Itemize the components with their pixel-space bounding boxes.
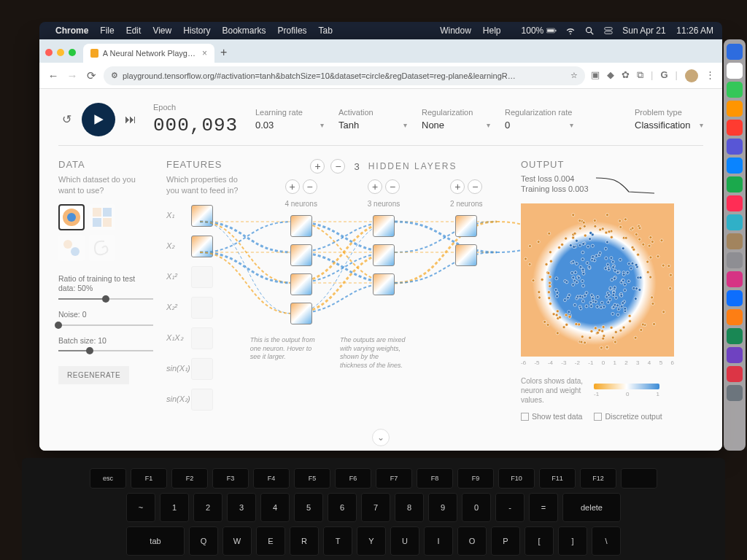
view-menu[interactable]: View [152,26,171,36]
dock-app-icon[interactable] [727,385,743,401]
problem-type-select[interactable]: Classification▾ [635,120,703,131]
feature-node[interactable] [191,389,213,411]
dataset-circle[interactable] [58,204,85,230]
expand-chevron-icon[interactable]: ⌄ [372,429,390,446]
feature-node[interactable] [191,266,213,288]
dock-app-icon[interactable] [727,290,743,306]
activation-select[interactable]: Tanh▾ [338,120,407,131]
learning-rate-select[interactable]: 0.03▾ [255,120,324,131]
address-bar[interactable]: ⚙ playground.tensorflow.org/#activation=… [104,66,585,85]
add-layer-button[interactable]: + [310,159,325,174]
profiles-menu[interactable]: Profiles [278,26,307,36]
feature-5[interactable]: sin(X₁) [166,357,247,381]
dock-app-icon[interactable] [727,158,743,174]
dock-app-icon[interactable] [727,139,743,155]
dataset-spiral[interactable] [89,235,115,261]
kebab-menu-icon[interactable]: ⋮ [705,69,715,82]
feature-0[interactable]: X₁ [166,204,247,228]
feature-6[interactable]: sin(X₂) [166,388,247,411]
neuron-node[interactable] [290,244,312,266]
browser-tab[interactable]: A Neural Network Playground × [83,44,214,63]
close-tab-icon[interactable]: × [202,48,207,58]
feature-node[interactable] [191,205,213,227]
close-window-icon[interactable] [45,49,53,56]
dock-app-icon[interactable] [727,233,743,249]
dock-app-icon[interactable] [727,176,743,192]
dock-app-icon[interactable] [727,366,743,382]
dock-app-icon[interactable] [727,328,743,344]
spotlight-icon[interactable] [584,26,595,36]
help-menu[interactable]: Help [483,26,501,36]
dock-app-icon[interactable] [727,252,743,268]
reg-rate-select[interactable]: 0▾ [505,120,573,131]
feature-4[interactable]: X₁X₂ [166,327,247,350]
forward-button[interactable]: → [66,69,79,82]
wifi-icon[interactable] [565,26,576,36]
dock-app-icon[interactable] [727,214,743,230]
regularization-select[interactable]: None▾ [422,120,490,131]
dock-app-icon[interactable] [727,347,743,363]
feature-node[interactable] [191,327,213,349]
neuron-node[interactable] [373,215,395,237]
neuron-node[interactable] [455,215,477,237]
extension-icon[interactable]: ◆ [607,69,614,82]
feature-node[interactable] [191,358,213,380]
minimize-window-icon[interactable] [57,49,64,56]
neuron-node[interactable] [290,303,312,324]
dock-app-icon[interactable] [727,120,743,136]
add-neuron-button[interactable]: + [368,179,382,194]
tab-menu[interactable]: Tab [319,26,333,36]
site-settings-icon[interactable]: ⚙ [111,71,118,80]
bookmarks-menu[interactable]: Bookmarks [222,26,266,36]
clock[interactable]: Sun Apr 21 11:26 AM [622,26,713,36]
history-menu[interactable]: History [183,26,210,36]
feature-node[interactable] [191,236,213,257]
dataset-gauss[interactable] [58,235,85,261]
edit-menu[interactable]: Edit [126,26,142,36]
batch-slider[interactable] [58,350,153,351]
remove-neuron-button[interactable]: − [385,179,400,194]
show-test-checkbox[interactable]: Show test data [521,412,582,421]
extensions-button[interactable]: ⧉ [637,69,643,82]
battery-status[interactable]: 100% [522,26,557,36]
play-button[interactable] [82,103,115,136]
feature-2[interactable]: X₁² [166,265,247,289]
control-center-icon[interactable] [603,26,614,36]
feature-3[interactable]: X₂² [166,296,247,319]
ratio-slider[interactable] [58,298,153,300]
new-tab-button[interactable]: + [220,46,227,59]
dock-app-icon[interactable] [727,63,743,79]
avatar-icon[interactable] [685,69,698,82]
add-neuron-button[interactable]: + [285,179,300,194]
profile-button[interactable]: G [660,69,667,82]
regenerate-button[interactable]: REGENERATE [58,366,129,384]
extension-icon[interactable]: ▣ [591,69,600,82]
add-neuron-button[interactable]: + [450,179,465,194]
neuron-node[interactable] [455,244,477,266]
output-plot[interactable] [521,203,674,357]
remove-layer-button[interactable]: − [330,159,345,174]
noise-slider[interactable] [58,324,153,326]
dock-app-icon[interactable] [727,271,743,287]
window-menu[interactable]: Window [440,26,471,36]
dock-app-icon[interactable] [727,195,743,211]
reset-button[interactable]: ↺ [58,112,74,128]
bookmark-star-icon[interactable]: ☆ [570,71,578,80]
feature-node[interactable] [191,297,213,319]
remove-neuron-button[interactable]: − [468,179,482,194]
neuron-node[interactable] [373,244,395,266]
reload-button[interactable]: ⟳ [85,69,98,82]
remove-neuron-button[interactable]: − [303,179,317,194]
extension-icon[interactable]: ✿ [622,69,630,82]
dataset-xor[interactable] [89,204,115,230]
step-button[interactable]: ⏭ [123,112,139,128]
neuron-node[interactable] [373,273,395,295]
app-menu[interactable]: Chrome [55,26,88,36]
neuron-node[interactable] [290,215,312,237]
file-menu[interactable]: File [100,26,114,36]
back-button[interactable]: ← [47,69,60,82]
neuron-node[interactable] [290,273,312,295]
feature-1[interactable]: X₂ [166,235,247,258]
window-controls[interactable] [45,49,76,56]
dock-app-icon[interactable] [727,44,743,60]
